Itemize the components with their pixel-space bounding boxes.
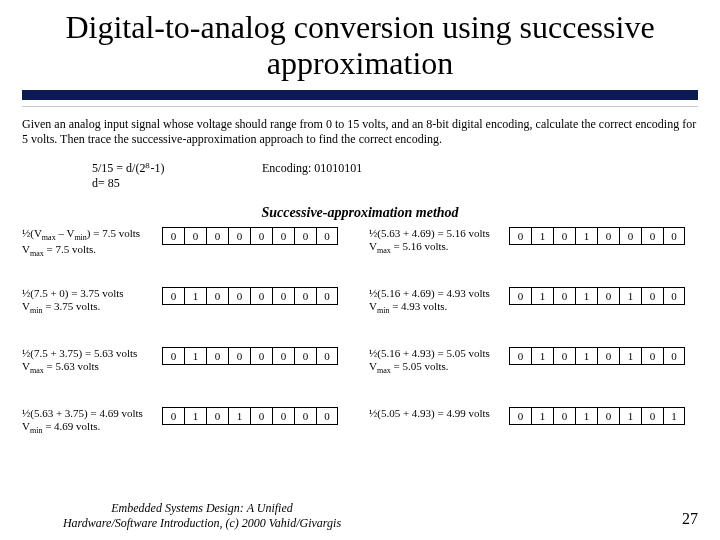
right-step-row: ½(5.05 + 4.93) = 4.99 volts01010101: [369, 407, 698, 467]
setup-line1: 5/15 = d/(2⁸-1): [92, 161, 262, 176]
bit-cell: 0: [316, 227, 338, 245]
bit-cell: 1: [575, 287, 597, 305]
bit-cell: 1: [575, 407, 597, 425]
bit-cell: 1: [619, 287, 641, 305]
bit-cell: 1: [228, 407, 250, 425]
right-bit-array: 01010101: [509, 407, 685, 425]
left-bit-array: 01000000: [162, 287, 338, 305]
left-step-row: ½(7.5 + 0) = 3.75 voltsVmin = 3.75 volts…: [22, 287, 351, 347]
bit-cell: 1: [663, 407, 685, 425]
bit-cell: 0: [162, 227, 184, 245]
bit-cell: 0: [641, 407, 663, 425]
right-bit-array: 01010000: [509, 227, 685, 245]
bit-cell: 0: [294, 227, 316, 245]
left-bit-array: 01000000: [162, 347, 338, 365]
bit-cell: 0: [184, 227, 206, 245]
bit-cell: 0: [553, 407, 575, 425]
bit-cell: 0: [509, 227, 531, 245]
slide: Digital-to-analog conversion using succe…: [0, 0, 720, 467]
right-step-row: ½(5.16 + 4.69) = 4.93 voltsVmin = 4.93 v…: [369, 287, 698, 347]
left-step-text: ½(7.5 + 3.75) = 5.63 voltsVmax = 5.63 vo…: [22, 347, 162, 377]
bit-cell: 1: [575, 227, 597, 245]
bit-cell: 1: [184, 347, 206, 365]
left-step-row: ½(7.5 + 3.75) = 5.63 voltsVmax = 5.63 vo…: [22, 347, 351, 407]
right-step-text: ½(5.16 + 4.93) = 5.05 voltsVmax = 5.05 v…: [369, 347, 509, 377]
bit-cell: 0: [206, 287, 228, 305]
bit-cell: 0: [272, 407, 294, 425]
bit-cell: 0: [641, 227, 663, 245]
setup-equation: 5/15 = d/(2⁸-1) d= 85: [92, 161, 262, 191]
bit-cell: 1: [531, 287, 553, 305]
bit-cell: 0: [272, 287, 294, 305]
bit-cell: 1: [184, 407, 206, 425]
bit-cell: 0: [316, 347, 338, 365]
rule-dark: [22, 90, 698, 100]
bit-cell: 0: [272, 347, 294, 365]
bit-cell: 1: [619, 347, 641, 365]
bit-cell: 0: [228, 287, 250, 305]
bit-cell: 0: [509, 287, 531, 305]
bit-cell: 0: [641, 287, 663, 305]
bit-cell: 1: [184, 287, 206, 305]
right-column: ½(5.63 + 4.69) = 5.16 voltsVmax = 5.16 v…: [369, 227, 698, 467]
left-step-text: ½(7.5 + 0) = 3.75 voltsVmin = 3.75 volts…: [22, 287, 162, 317]
bit-cell: 0: [228, 227, 250, 245]
bit-cell: 0: [250, 407, 272, 425]
bit-cell: 1: [575, 347, 597, 365]
left-step-text: ½(Vmax – Vmin) = 7.5 voltsVmax = 7.5 vol…: [22, 227, 162, 259]
bit-cell: 0: [663, 287, 685, 305]
bit-cell: 0: [272, 227, 294, 245]
bit-cell: 0: [294, 347, 316, 365]
bit-cell: 0: [250, 287, 272, 305]
bit-cell: 0: [294, 407, 316, 425]
bit-cell: 1: [531, 407, 553, 425]
bit-cell: 1: [531, 227, 553, 245]
title-rule: [22, 90, 698, 107]
method-heading: Successive-approximation method: [22, 205, 698, 221]
bit-cell: 0: [316, 407, 338, 425]
left-step-row: ½(5.63 + 3.75) = 4.69 voltsVmin = 4.69 v…: [22, 407, 351, 467]
problem-statement: Given an analog input signal whose volta…: [22, 117, 698, 147]
footer-citation: Embedded Systems Design: A Unified Hardw…: [22, 501, 382, 530]
bit-cell: 1: [619, 407, 641, 425]
bit-cell: 0: [228, 347, 250, 365]
bit-cell: 0: [553, 347, 575, 365]
left-bit-array: 00000000: [162, 227, 338, 245]
footer-line2: Hardware/Software Introduction, (c) 2000…: [63, 516, 341, 530]
bit-cell: 0: [294, 287, 316, 305]
bit-cell: 0: [206, 227, 228, 245]
right-step-row: ½(5.16 + 4.93) = 5.05 voltsVmax = 5.05 v…: [369, 347, 698, 407]
right-bit-array: 01010100: [509, 347, 685, 365]
bit-cell: 0: [663, 227, 685, 245]
bit-cell: 0: [553, 227, 575, 245]
rule-light: [22, 106, 698, 107]
bit-cell: 0: [663, 347, 685, 365]
encoding-result: Encoding: 01010101: [262, 161, 698, 191]
bit-cell: 0: [162, 407, 184, 425]
bit-cell: 0: [597, 227, 619, 245]
right-step-text: ½(5.16 + 4.69) = 4.93 voltsVmin = 4.93 v…: [369, 287, 509, 317]
bit-cell: 0: [162, 347, 184, 365]
bit-cell: 0: [162, 287, 184, 305]
right-step-text: ½(5.63 + 4.69) = 5.16 voltsVmax = 5.16 v…: [369, 227, 509, 257]
left-step-text: ½(5.63 + 3.75) = 4.69 voltsVmin = 4.69 v…: [22, 407, 162, 437]
bit-cell: 0: [597, 347, 619, 365]
bit-cell: 0: [597, 407, 619, 425]
left-step-row: ½(Vmax – Vmin) = 7.5 voltsVmax = 7.5 vol…: [22, 227, 351, 287]
bit-cell: 0: [316, 287, 338, 305]
steps-container: ½(Vmax – Vmin) = 7.5 voltsVmax = 7.5 vol…: [22, 227, 698, 467]
left-column: ½(Vmax – Vmin) = 7.5 voltsVmax = 7.5 vol…: [22, 227, 351, 467]
right-bit-array: 01010100: [509, 287, 685, 305]
bit-cell: 0: [206, 347, 228, 365]
slide-title: Digital-to-analog conversion using succe…: [22, 10, 698, 88]
setup-row: 5/15 = d/(2⁸-1) d= 85 Encoding: 01010101: [22, 161, 698, 191]
setup-line2: d= 85: [92, 176, 262, 191]
right-step-text: ½(5.05 + 4.93) = 4.99 volts: [369, 407, 509, 421]
bit-cell: 0: [509, 407, 531, 425]
bit-cell: 0: [619, 227, 641, 245]
right-step-row: ½(5.63 + 4.69) = 5.16 voltsVmax = 5.16 v…: [369, 227, 698, 287]
page-number: 27: [682, 510, 698, 528]
bit-cell: 0: [250, 227, 272, 245]
bit-cell: 0: [641, 347, 663, 365]
bit-cell: 0: [250, 347, 272, 365]
